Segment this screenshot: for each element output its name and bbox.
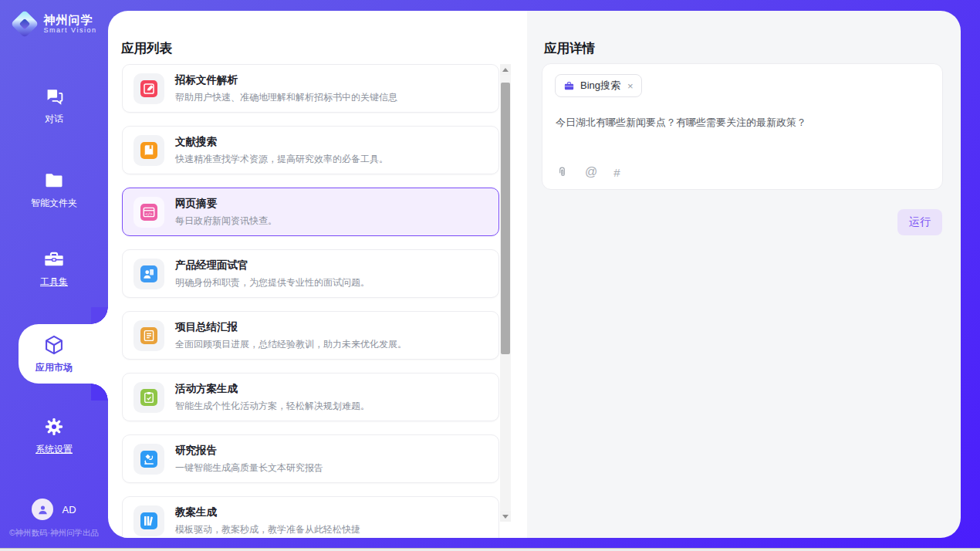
app-card-title: 产品经理面试官 <box>175 259 370 272</box>
window-bottom-edge <box>0 548 980 551</box>
tool-tag-label: Bing搜索 <box>580 79 620 93</box>
triangle-down-icon <box>502 515 509 519</box>
app-card[interactable]: 项目总结汇报 全面回顾项目进展，总结经验教训，助力未来优化发展。 <box>122 311 499 360</box>
app-card-title: 教案生成 <box>175 505 360 519</box>
gear-icon <box>43 416 65 438</box>
run-button[interactable]: 运行 <box>897 209 942 235</box>
app-icon-box <box>133 73 164 104</box>
app-list-title: 应用列表 <box>121 40 172 57</box>
browser-code-icon: </> <box>140 204 157 221</box>
app-list-panel: 应用列表 招标文件解析 帮助用户快速、准确地理解和解析招标书中的关键信息 <box>108 11 527 538</box>
toolbox-icon <box>43 248 65 270</box>
folder-icon <box>43 170 65 191</box>
app-card-title: 文献搜索 <box>175 135 388 149</box>
sidebar-item[interactable]: 工具集 <box>0 239 108 298</box>
app-card-description: 一键智能生成高质量长文本研究报告 <box>175 461 323 475</box>
sidebar-item-label: 智能文件夹 <box>31 197 77 210</box>
app-card-description: 全面回顾项目进展，总结经验教训，助力未来优化发展。 <box>175 338 407 351</box>
book-icon <box>140 142 157 159</box>
list-scrollbar[interactable] <box>500 64 511 522</box>
copyright-text: ©神州数码·神州问学出品 <box>0 528 108 539</box>
user-profile[interactable]: AD <box>0 499 108 520</box>
app-icon-box: </> <box>133 197 164 228</box>
app-card-description: 明确身份和职责，为您提供专业性的面试问题。 <box>175 276 370 289</box>
tab-curve-top <box>91 307 108 324</box>
app-card-description: 每日政府新闻资讯快查。 <box>175 215 277 228</box>
person-icon <box>36 503 49 516</box>
app-card[interactable]: 研究报告 一键智能生成高质量长文本研究报告 <box>122 434 499 483</box>
app-card-list: 招标文件解析 帮助用户快速、准确地理解和解析招标书中的关键信息 文献搜索 快速精… <box>122 64 499 538</box>
microscope-icon <box>140 451 157 468</box>
app-icon-box <box>133 135 164 166</box>
sidebar-item-label: 系统设置 <box>35 443 73 456</box>
attachment-icon[interactable] <box>556 166 569 179</box>
brand-logo: 神州问学 Smart Vision <box>0 11 108 37</box>
app-card-title: 招标文件解析 <box>175 73 397 87</box>
app-card[interactable]: 产品经理面试官 明确身份和职责，为您提供专业性的面试问题。 <box>122 249 499 298</box>
prompt-input[interactable]: 今日湖北有哪些新闻要点？有哪些需要关注的最新政策？ <box>556 115 927 130</box>
brand-diamond-icon <box>12 11 38 37</box>
books-icon <box>140 512 157 529</box>
mention-icon[interactable]: @ <box>585 165 597 179</box>
brand-name: 神州问学 <box>44 13 97 26</box>
scrollbar-thumb[interactable] <box>501 83 510 354</box>
tool-tag-bing-search[interactable]: Bing搜索 × <box>555 74 642 97</box>
prompt-composer-card: Bing搜索 × 今日湖北有哪些新闻要点？有哪些需要关注的最新政策？ @ # <box>542 63 943 190</box>
content-area: 应用列表 招标文件解析 帮助用户快速、准确地理解和解析招标书中的关键信息 <box>108 11 961 538</box>
cube-icon <box>43 334 65 356</box>
scroll-down-button[interactable] <box>500 511 511 522</box>
app-card-description: 帮助用户快速、准确地理解和解析招标书中的关键信息 <box>175 91 397 104</box>
avatar <box>32 499 53 520</box>
sidebar-item[interactable]: 智能文件夹 <box>0 161 108 219</box>
app-card-title: 网页摘要 <box>175 197 277 211</box>
sidebar-item[interactable]: 系统设置 <box>0 407 108 465</box>
app-card-title: 项目总结汇报 <box>175 320 407 334</box>
clipboard-check-icon <box>140 389 157 406</box>
sidebar-item-label: 应用市场 <box>35 361 73 374</box>
sidebar: 神州问学 Smart Vision 对话 智能文件夹 <box>0 0 108 551</box>
app-card[interactable]: 招标文件解析 帮助用户快速、准确地理解和解析招标书中的关键信息 <box>122 64 499 113</box>
svg-text:</>: </> <box>145 211 152 215</box>
app-icon-box <box>133 320 164 351</box>
hashtag-icon[interactable]: # <box>613 166 620 179</box>
triangle-up-icon <box>502 68 509 72</box>
sidebar-item[interactable]: 应用市场 <box>0 324 108 384</box>
sidebar-item-label: 对话 <box>45 113 63 126</box>
app-card-description: 快速精准查找学术资源，提高研究效率的必备工具。 <box>175 153 388 166</box>
app-icon-box <box>133 505 164 536</box>
app-detail-panel: 应用详情 Bing搜索 × 今日湖北有哪些新闻要点？有哪些需要关注的最新政策？ … <box>527 11 961 538</box>
app-card[interactable]: 活动方案生成 智能生成个性化活动方案，轻松解决规划难题。 <box>122 373 499 421</box>
tab-curve-bottom <box>91 384 108 401</box>
chat-icon <box>43 86 65 107</box>
app-card-title: 研究报告 <box>175 444 323 458</box>
brand-subtitle: Smart Vision <box>44 26 97 34</box>
doc-lines-icon <box>140 327 157 344</box>
person-doc-icon <box>140 265 157 282</box>
composer-toolbar: @ # <box>556 165 620 179</box>
app-card[interactable]: 文献搜索 快速精准查找学术资源，提高研究效率的必备工具。 <box>122 126 499 174</box>
close-icon[interactable]: × <box>626 80 634 92</box>
app-icon-box <box>133 382 164 413</box>
sidebar-item-label: 工具集 <box>40 276 68 289</box>
app-card-description: 智能生成个性化活动方案，轻松解决规划难题。 <box>175 400 370 413</box>
app-icon-box <box>133 259 164 289</box>
user-initials: AD <box>62 504 76 516</box>
app-card-description: 模板驱动，教案秒成，教学准备从此轻松快捷 <box>175 523 360 536</box>
app-card[interactable]: 教案生成 模板驱动，教案秒成，教学准备从此轻松快捷 <box>122 496 499 538</box>
app-icon-box <box>133 444 164 475</box>
briefcase-icon <box>563 80 575 92</box>
app-detail-title: 应用详情 <box>544 40 595 57</box>
app-card-title: 活动方案生成 <box>175 382 370 396</box>
pen-square-icon <box>140 80 157 97</box>
app-card[interactable]: </> 网页摘要 每日政府新闻资讯快查。 <box>122 188 499 236</box>
sidebar-item[interactable]: 对话 <box>0 76 108 135</box>
scroll-up-button[interactable] <box>500 64 511 75</box>
